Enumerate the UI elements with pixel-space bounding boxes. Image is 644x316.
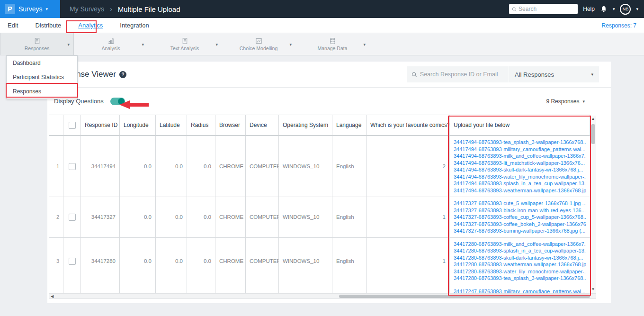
product-switcher[interactable]: P Surveys ▾ [0, 0, 60, 18]
col-header-language[interactable]: Language [332, 115, 367, 135]
response-viewer-panel: Response Viewer ? All Responses ▾ Displa… [47, 62, 611, 303]
os-cell: WINDOWS_10 [279, 197, 332, 237]
toolbar-item-label: Text Analysis [170, 45, 199, 51]
file-link[interactable]: 34417327-68763893-coffee_bokeh_2-wallpap… [454, 221, 586, 228]
col-header-response-id[interactable]: Response ID ▲ [81, 115, 120, 135]
horizontal-scroll-thumb[interactable] [339, 295, 590, 298]
menu-item-dashboard[interactable]: Dashboard [7, 56, 77, 70]
tab-integration[interactable]: Integration [120, 22, 149, 29]
responses-summary-label: 9 Responses [546, 98, 579, 105]
language-cell: English [332, 136, 367, 197]
toolbar-analysis[interactable]: Analysis ▾ [74, 33, 148, 55]
tab-edit[interactable]: Edit [8, 22, 18, 29]
table-header-row: Response ID ▲ Longitude Latitude Radius … [49, 115, 590, 136]
file-link[interactable]: 34417327-68763893-cute_5-wallpaper-1366x… [454, 200, 586, 207]
display-questions-toggle[interactable] [110, 98, 125, 105]
file-link[interactable]: 34417280-68763893-milk_and_coffee-wallpa… [454, 241, 586, 248]
row-checkbox-cell [63, 136, 81, 197]
file-link[interactable]: 34417280-68763893-water_lily_monochrome-… [454, 268, 586, 275]
file-link[interactable]: 34417494-68763893-military_camouflage_pa… [454, 146, 586, 153]
row-checkbox[interactable] [69, 163, 76, 170]
response-filter-select[interactable]: All Responses ▾ [509, 66, 599, 82]
response-id-cell[interactable]: 34417327 [81, 197, 120, 237]
browser-cell: CHROME [215, 136, 246, 197]
menu-item-participant-statistics[interactable]: Participant Statistics [7, 70, 77, 84]
file-link[interactable]: 34417280-68763893-tea_splash_3-wallpaper… [454, 275, 586, 282]
radius-cell [187, 285, 215, 294]
col-header-browser[interactable]: Browser [215, 115, 246, 135]
menu-item-responses[interactable]: Responses [7, 84, 77, 99]
file-link[interactable]: 34417280-68763893-weatherman-wallpaper-1… [454, 261, 586, 268]
col-header-comics-question[interactable]: Which is your favourite comics? [367, 115, 450, 135]
product-name: Surveys [18, 5, 43, 13]
line-chart-icon [255, 37, 262, 45]
col-header-device[interactable]: Device [246, 115, 279, 135]
uploaded-files-cell: 34417494-68763893-tea_splash_3-wallpaper… [450, 136, 590, 197]
file-link[interactable]: 34417494-68763893-skull-dark-fantasy-wr-… [454, 166, 586, 173]
viewer-controls-row: Display Questions 9 Responses ▾ [47, 88, 611, 115]
toolbar-manage-data[interactable]: Manage Data ▾ [295, 33, 369, 55]
device-cell: COMPUTER [246, 136, 279, 197]
row-checkbox[interactable] [69, 258, 76, 265]
response-search-input[interactable] [420, 71, 504, 78]
file-link[interactable]: 34417494-68763893-lit_matchstick-wallpap… [454, 160, 586, 167]
horizontal-scrollbar[interactable]: ◀ [49, 293, 596, 299]
help-link[interactable]: Help [583, 6, 595, 12]
file-link[interactable]: 34417494-68763893-weatherman-wallpaper-1… [454, 187, 586, 194]
vertical-scrollbar[interactable]: ▲ ▼ [590, 116, 596, 293]
row-checkbox[interactable] [69, 214, 76, 221]
file-link[interactable]: 34417280-68763893-splash_in_a_tea_cup-wa… [454, 247, 586, 254]
file-link[interactable]: 34417494-68763893-water_lily_monochrome-… [454, 173, 586, 181]
file-link[interactable]: 34417247-68763893-military_camouflage_pa… [454, 288, 586, 294]
toolbar-item-label: Manage Data [317, 45, 347, 51]
col-header-upload-file[interactable]: Upload your file below [450, 115, 590, 135]
tab-analytics[interactable]: Analytics [78, 22, 103, 29]
latitude-cell: 0.0 [156, 136, 187, 197]
search-icon [411, 72, 417, 78]
toolbar-choice-modelling[interactable]: Choice Modelling ▾ [222, 33, 295, 55]
file-link[interactable]: 34417327-68763893-burning-wallpaper-1366… [454, 227, 586, 235]
vertical-scroll-thumb[interactable] [591, 124, 595, 144]
col-header-radius[interactable]: Radius [187, 115, 215, 135]
response-id-cell[interactable]: 34417280 [81, 238, 120, 285]
notifications-bell-icon[interactable] [600, 5, 608, 13]
uploaded-files-cell: 34417280-68763893-milk_and_coffee-wallpa… [450, 238, 590, 285]
file-link[interactable]: 34417327-68763893-black-iron-man-with-re… [454, 207, 586, 214]
scroll-up-icon[interactable]: ▲ [591, 116, 595, 122]
account-caret-icon[interactable]: ▾ [636, 7, 638, 11]
col-header-latitude[interactable]: Latitude [156, 115, 187, 135]
col-header-operating-system[interactable]: Operating System [279, 115, 332, 135]
toolbar-responses[interactable]: Responses ▾ [0, 33, 74, 55]
scroll-left-icon[interactable]: ◀ [49, 294, 55, 298]
device-cell: COMPUTER [246, 197, 279, 237]
user-avatar[interactable]: NB [620, 4, 631, 15]
file-link[interactable]: 34417494-68763893-tea_splash_3-wallpaper… [454, 139, 586, 146]
text-doc-icon [181, 37, 188, 45]
row-checkbox-cell [63, 285, 81, 294]
toolbar-text-analysis[interactable]: Text Analysis ▾ [148, 33, 222, 55]
comics-cell [367, 285, 450, 294]
language-cell: English [332, 197, 367, 237]
toolbar-item-label: Responses [25, 45, 50, 51]
select-all-checkbox[interactable] [69, 122, 76, 129]
responses-summary-dropdown[interactable]: 9 Responses ▾ [546, 98, 585, 105]
scroll-down-icon[interactable]: ▼ [591, 286, 595, 293]
breadcrumb-parent[interactable]: My Surveys [70, 5, 104, 13]
responses-count[interactable]: Responses: 7 [602, 22, 636, 29]
col-header-longitude[interactable]: Longitude [120, 115, 156, 135]
global-search-input[interactable] [519, 6, 575, 12]
questionpro-logo: P [5, 4, 15, 14]
notifications-caret-icon[interactable]: ▾ [613, 7, 615, 11]
select-all-header [63, 115, 81, 135]
response-id-cell[interactable]: 34417494 [81, 136, 120, 197]
browser-cell: CHROME [215, 197, 246, 237]
breadcrumb-separator: › [110, 5, 112, 13]
file-link[interactable]: 34417494-68763893-milk_and_coffee-wallpa… [454, 153, 586, 160]
file-link[interactable]: 34417327-68763893-coffee_cup_5-wallpaper… [454, 214, 586, 221]
tab-distribute[interactable]: Distribute [35, 22, 61, 29]
file-link[interactable]: 34417280-68763893-skull-dark-fantasy-wr-… [454, 254, 586, 262]
help-icon[interactable]: ? [119, 71, 126, 78]
latitude-cell: 0.0 [156, 197, 187, 237]
topbar-right: Help ▾ NB ▾ [509, 4, 644, 15]
file-link[interactable]: 34417494-68763893-splash_in_a_tea_cup-wa… [454, 180, 586, 187]
